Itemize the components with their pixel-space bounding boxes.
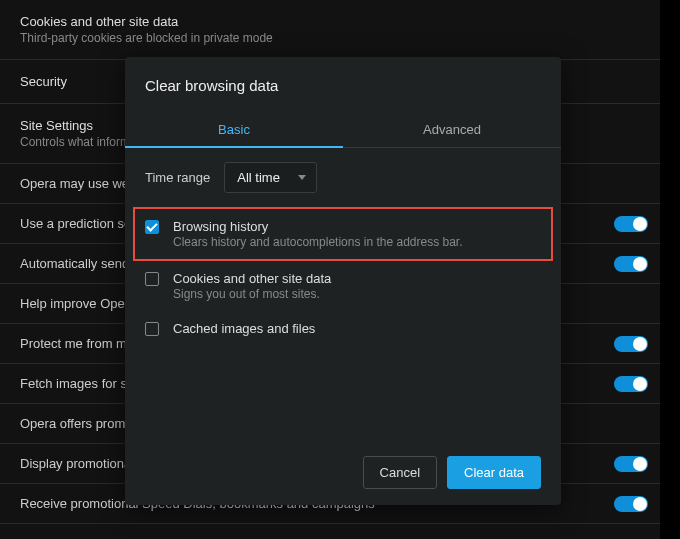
settings-item-cookies[interactable]: Cookies and other site data Third-party … bbox=[0, 0, 660, 60]
settings-title: Cookies and other site data bbox=[20, 14, 640, 29]
time-range-row: Time range All time bbox=[125, 148, 561, 207]
settings-title: Opera offers promot bbox=[20, 416, 136, 431]
dialog-buttons: Cancel Clear data bbox=[125, 346, 561, 489]
toggle-switch[interactable] bbox=[614, 216, 648, 232]
toggle-switch[interactable] bbox=[614, 496, 648, 512]
option-sub: Signs you out of most sites. bbox=[173, 287, 331, 301]
cancel-button[interactable]: Cancel bbox=[363, 456, 437, 489]
dialog-tabs: Basic Advanced bbox=[125, 112, 561, 148]
tab-indicator bbox=[125, 146, 343, 148]
option-browsing-history[interactable]: Browsing history Clears history and auto… bbox=[133, 207, 553, 261]
time-range-label: Time range bbox=[145, 170, 210, 185]
settings-title: Opera may use web bbox=[20, 176, 136, 191]
dialog-title: Clear browsing data bbox=[125, 77, 561, 112]
option-text: Cookies and other site data Signs you ou… bbox=[173, 271, 331, 301]
clear-data-button[interactable]: Clear data bbox=[447, 456, 541, 489]
option-sub: Clears history and autocompletions in th… bbox=[173, 235, 463, 249]
time-range-dropdown[interactable]: All time bbox=[224, 162, 317, 193]
option-title: Browsing history bbox=[173, 219, 463, 234]
option-text: Cached images and files bbox=[173, 321, 315, 336]
checkbox-browsing-history[interactable] bbox=[145, 220, 159, 234]
settings-sub: Third-party cookies are blocked in priva… bbox=[20, 31, 640, 45]
settings-title: Protect me from ma bbox=[20, 336, 134, 351]
toggle-switch[interactable] bbox=[614, 376, 648, 392]
tab-basic[interactable]: Basic bbox=[125, 112, 343, 147]
checkbox-cookies[interactable] bbox=[145, 272, 159, 286]
option-title: Cookies and other site data bbox=[173, 271, 331, 286]
option-title: Cached images and files bbox=[173, 321, 315, 336]
settings-title: Use a prediction ser bbox=[20, 216, 136, 231]
option-text: Browsing history Clears history and auto… bbox=[173, 219, 463, 249]
option-cached[interactable]: Cached images and files bbox=[145, 311, 541, 346]
chevron-down-icon bbox=[298, 175, 306, 180]
option-cookies[interactable]: Cookies and other site data Signs you ou… bbox=[145, 261, 541, 311]
clear-browsing-data-dialog: Clear browsing data Basic Advanced Time … bbox=[125, 57, 561, 505]
tab-advanced[interactable]: Advanced bbox=[343, 112, 561, 147]
settings-title: Help improve Opera bbox=[20, 296, 136, 311]
options-list: Browsing history Clears history and auto… bbox=[125, 207, 561, 346]
time-range-value: All time bbox=[237, 170, 280, 185]
checkbox-cached[interactable] bbox=[145, 322, 159, 336]
settings-title: Fetch images for sug bbox=[20, 376, 141, 391]
settings-title: Automatically send c bbox=[20, 256, 139, 271]
toggle-switch[interactable] bbox=[614, 336, 648, 352]
toggle-switch[interactable] bbox=[614, 456, 648, 472]
toggle-switch[interactable] bbox=[614, 256, 648, 272]
